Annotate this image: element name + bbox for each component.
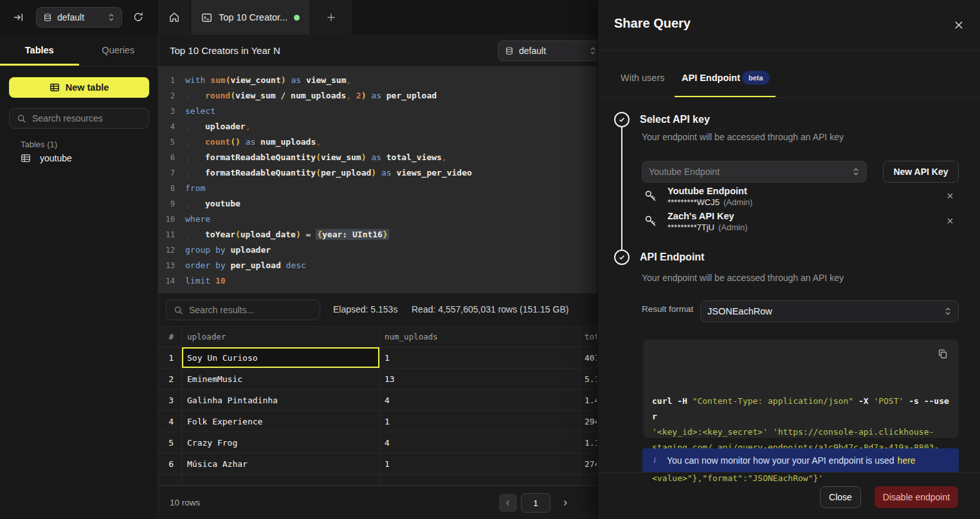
table-row: 3Galinha Pintadinha41.4 xyxy=(158,390,597,411)
api-key-masked: *********WCJ5(Admin) xyxy=(667,197,752,207)
tab-with-users[interactable]: With users xyxy=(621,73,665,83)
table-cell[interactable]: 5 xyxy=(158,432,182,453)
query-title: Top 10 Creators in Year N xyxy=(170,45,280,56)
database-select-value: default xyxy=(57,12,84,23)
result-format-label: Result format xyxy=(642,304,693,314)
code-line: 5count() as num_uploads, xyxy=(158,134,597,150)
table-cell[interactable]: 294 xyxy=(579,411,597,432)
tab-api-endpoint[interactable]: API Endpoint xyxy=(682,73,740,83)
table-cell[interactable] xyxy=(182,475,380,486)
results-search-input[interactable] xyxy=(189,305,313,315)
table-row: 4Folk Experience1294 xyxy=(158,411,597,432)
table-cell[interactable]: 1 xyxy=(380,453,579,475)
column-header-num-uploads[interactable]: num_uploads xyxy=(380,327,579,347)
table-row xyxy=(158,475,597,486)
prev-page-button[interactable] xyxy=(499,494,517,512)
api-key-select-value: Youtube Endpoint xyxy=(649,167,720,177)
tab-top-10-creators[interactable]: Top 10 Creator... xyxy=(190,0,311,35)
table-cell[interactable]: 1.4 xyxy=(579,390,597,411)
table-cell[interactable] xyxy=(579,475,597,486)
api-key-name: Zach's API Key xyxy=(667,211,734,221)
key-icon xyxy=(644,189,657,203)
table-cell[interactable]: 1 xyxy=(380,347,579,369)
search-icon xyxy=(174,305,183,315)
table-cell[interactable]: 2 xyxy=(158,369,182,390)
table-cell[interactable]: Crazy Frog xyxy=(182,432,380,453)
copy-icon[interactable] xyxy=(937,348,948,360)
line-number: 12 xyxy=(158,242,175,258)
table-cell[interactable]: EminemMusic xyxy=(182,369,380,390)
line-number: 3 xyxy=(158,104,175,119)
row-count: 10 rows xyxy=(170,498,200,507)
remove-key-icon[interactable] xyxy=(945,190,955,201)
line-number: 14 xyxy=(158,273,175,289)
banner-link[interactable]: here xyxy=(898,455,916,466)
table-cell[interactable]: Música Azhar xyxy=(182,453,380,475)
table-cell[interactable]: 274 xyxy=(579,453,597,475)
table-cell[interactable]: Galinha Pintadinha xyxy=(182,390,380,411)
table-cell[interactable] xyxy=(380,475,579,486)
next-page-button[interactable] xyxy=(557,494,574,512)
table-cell[interactable] xyxy=(158,475,182,486)
curl-line: <value>"},"format":"JSONEachRow"}' xyxy=(652,471,950,486)
result-format-select[interactable]: JSONEachRow xyxy=(700,300,959,322)
sql-editor[interactable]: 1with sum(view_count) as view_sum,2round… xyxy=(158,67,597,293)
api-key-item: Zach's API Key*********7TjU(Admin) xyxy=(644,210,959,235)
tab-tables[interactable]: Tables xyxy=(0,35,79,66)
results-table: # uploader num_uploads tot 1Soy Un Curio… xyxy=(158,327,597,486)
remove-key-icon[interactable] xyxy=(945,215,955,226)
table-cell[interactable]: Soy Un Curioso xyxy=(182,347,380,369)
refresh-icon[interactable] xyxy=(132,11,144,23)
results-search[interactable] xyxy=(166,300,320,320)
read-stat: Read: 4,557,605,031 rows (151.15 GB) xyxy=(412,304,568,314)
api-key-name: Youtube Endpoint xyxy=(667,186,747,196)
sidebar-item-youtube[interactable]: youtube xyxy=(21,153,72,163)
column-header-index[interactable]: # xyxy=(158,327,182,347)
table-cell[interactable]: 1.1 xyxy=(579,432,597,453)
database-icon xyxy=(43,13,52,23)
table-cell[interactable]: 1 xyxy=(158,347,182,369)
chevron-updown-icon xyxy=(589,46,597,55)
editor-database-select-value: default xyxy=(519,46,546,56)
table-cell[interactable]: 5.1 xyxy=(579,369,597,390)
new-api-key-button[interactable]: New API Key xyxy=(883,161,959,183)
table-cell[interactable]: 6 xyxy=(158,453,182,475)
api-key-list: Youtube Endpoint*********WCJ5(Admin)Zach… xyxy=(644,185,959,235)
sidebar-search-input[interactable] xyxy=(32,113,141,123)
table-cell[interactable]: 407 xyxy=(579,347,597,369)
table-row: 1Soy Un Curioso1407 xyxy=(158,347,597,369)
chevron-updown-icon xyxy=(107,13,115,22)
divider xyxy=(598,472,980,473)
new-table-label: New table xyxy=(66,82,109,93)
sidebar-search[interactable] xyxy=(9,108,149,129)
column-header-uploader[interactable]: uploader xyxy=(182,327,380,347)
table-cell[interactable]: 3 xyxy=(158,390,182,411)
new-table-button[interactable]: New table xyxy=(9,77,149,98)
table-cell[interactable]: Folk Experience xyxy=(182,411,380,432)
sidebar: Tables Queries New table Tables (1) yout… xyxy=(0,35,158,519)
table-cell[interactable]: 4 xyxy=(380,390,579,411)
table-cell[interactable]: 4 xyxy=(158,411,182,432)
close-button[interactable]: Close xyxy=(820,486,861,508)
line-number: 11 xyxy=(158,227,175,242)
table-cell[interactable]: 4 xyxy=(380,432,579,453)
tab-queries[interactable]: Queries xyxy=(79,35,158,66)
info-icon: i xyxy=(642,456,667,465)
result-format-value: JSONEachRow xyxy=(707,306,772,316)
table-cell[interactable]: 1 xyxy=(380,411,579,432)
editor-database-select[interactable]: default xyxy=(498,41,597,61)
new-tab-button[interactable] xyxy=(311,0,352,35)
table-cell[interactable]: 13 xyxy=(380,369,579,390)
home-button[interactable] xyxy=(158,0,190,35)
collapse-sidebar-icon[interactable] xyxy=(13,12,24,23)
curl-code-block[interactable]: curl -H "Content-Type: application/json"… xyxy=(643,340,959,438)
page-number[interactable]: 1 xyxy=(521,493,550,513)
tab-strip: Top 10 Creator... xyxy=(158,0,352,35)
database-select[interactable]: default xyxy=(36,7,122,28)
api-key-select[interactable]: Youtube Endpoint xyxy=(642,161,867,183)
code-line: 14limit 10 xyxy=(158,273,597,289)
column-header-total-views[interactable]: tot xyxy=(579,327,597,347)
disable-endpoint-button[interactable]: Disable endpoint xyxy=(875,486,958,508)
api-key-item: Youtube Endpoint*********WCJ5(Admin) xyxy=(644,185,959,210)
close-icon[interactable] xyxy=(952,18,966,32)
